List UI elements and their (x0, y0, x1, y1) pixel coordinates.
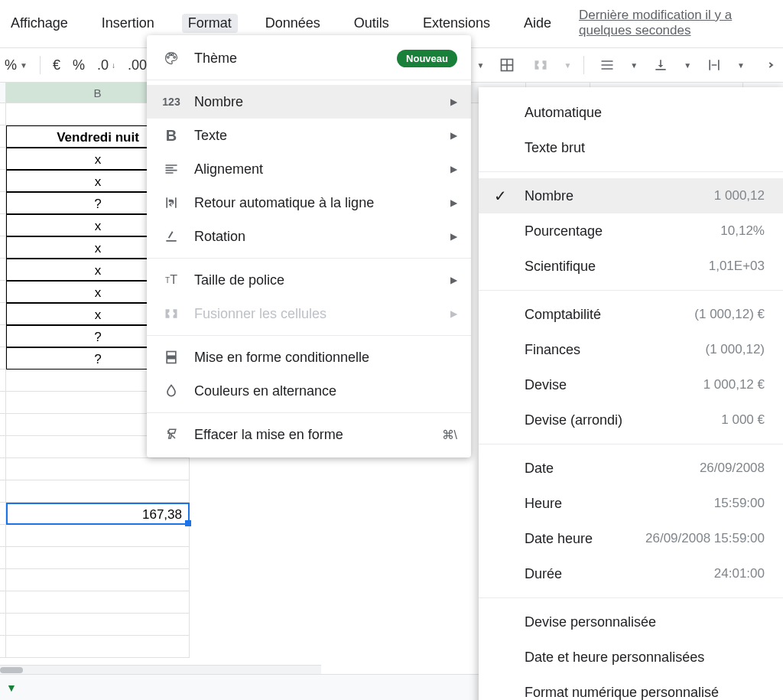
rotation-icon (161, 229, 182, 244)
text-wrap-icon[interactable] (703, 54, 725, 76)
nm-date[interactable]: Date 26/09/2008 (479, 451, 783, 486)
svg-rect-4 (167, 356, 176, 360)
format-alignment[interactable]: Alignement ▶ (147, 152, 471, 186)
wrap-icon (161, 195, 182, 210)
nm-custom-datetime[interactable]: Date et heure personnalisées (479, 640, 783, 675)
menu-outils[interactable]: Outils (348, 14, 395, 33)
toolbar-currency[interactable]: € (53, 57, 60, 73)
text-rotation-icon[interactable] (757, 54, 778, 76)
nm-datetime[interactable]: Date heure 26/09/2008 15:59:00 (479, 521, 783, 556)
font-size-icon: TT (161, 273, 182, 287)
nm-time[interactable]: Heure 15:59:00 (479, 486, 783, 521)
menu-format[interactable]: Format (182, 14, 238, 33)
format-theme[interactable]: Thème Nouveau (147, 41, 471, 75)
format-text[interactable]: B Texte ▶ (147, 119, 471, 152)
palette-icon (161, 50, 182, 66)
clear-format-icon (161, 427, 182, 442)
nm-custom-currency[interactable]: Devise personnalisée (479, 604, 783, 640)
toolbar-decrease-decimals[interactable]: .0↓ (97, 57, 115, 73)
nm-financial[interactable]: Finances (1 000,12) (479, 332, 783, 367)
menu-insertion[interactable]: Insertion (96, 14, 161, 33)
active-cell[interactable]: 167,38 (6, 503, 190, 525)
merge-cells-icon[interactable] (530, 54, 551, 76)
number-format-submenu: Automatique Texte brut ✓ Nombre 1 000,12… (479, 87, 783, 700)
format-merge: Fusionner les cellules ▶ (147, 297, 471, 330)
nm-accounting[interactable]: Comptabilité (1 000,12) € (479, 297, 783, 332)
menu-affichage[interactable]: Affichage (5, 14, 74, 33)
toolbar-percent-dropdown[interactable]: %▼ (5, 57, 28, 73)
nm-duration[interactable]: Durée 24:01:00 (479, 556, 783, 591)
format-menu: Thème Nouveau 123 Nombre ▶ B Texte ▶ Ali… (147, 35, 471, 457)
format-wrap[interactable]: Retour automatique à la ligne ▶ (147, 186, 471, 220)
number-icon: 123 (161, 96, 182, 108)
nm-number[interactable]: ✓ Nombre 1 000,12 (479, 178, 783, 213)
conditional-icon (161, 350, 182, 365)
menu-donnees[interactable]: Données (259, 14, 327, 33)
nm-scientific[interactable]: Scientifique 1,01E+03 (479, 249, 783, 284)
merge-icon (161, 306, 182, 321)
horizontal-scrollbar[interactable] (0, 665, 321, 674)
format-alternating[interactable]: Couleurs en alternance (147, 374, 471, 408)
borders-icon[interactable] (496, 54, 518, 76)
new-badge: Nouveau (397, 50, 457, 67)
scrollbar-thumb[interactable] (0, 667, 23, 673)
menu-aide[interactable]: Aide (518, 14, 557, 33)
bold-icon: B (161, 127, 182, 145)
align-icon (161, 161, 182, 177)
format-conditional[interactable]: Mise en forme conditionnelle (147, 340, 471, 374)
shortcut-label: ⌘\ (442, 428, 457, 442)
nm-custom-number[interactable]: Format numérique personnalisé (479, 675, 783, 700)
nm-currency-rounded[interactable]: Devise (arrondi) 1 000 € (479, 402, 783, 438)
last-modified-link[interactable]: Dernière modification il y a quelques se… (579, 8, 783, 38)
sheet-tab-dropdown[interactable]: ▼ (6, 682, 17, 694)
nm-currency[interactable]: Devise 1 000,12 € (479, 367, 783, 402)
toolbar-percent-format[interactable]: % (73, 57, 85, 73)
vertical-align-icon[interactable] (650, 54, 671, 76)
fill-handle[interactable] (185, 520, 191, 526)
droplet-icon (161, 383, 182, 399)
format-font-size[interactable]: TT Taille de police ▶ (147, 263, 471, 297)
menu-extensions[interactable]: Extensions (417, 14, 496, 33)
nm-percent[interactable]: Pourcentage 10,12% (479, 213, 783, 249)
format-clear[interactable]: Effacer la mise en forme ⌘\ (147, 418, 471, 451)
horizontal-align-icon[interactable] (596, 54, 618, 76)
nm-automatic[interactable]: Automatique (479, 95, 783, 130)
check-icon: ✓ (494, 187, 507, 205)
format-number[interactable]: 123 Nombre ▶ (147, 85, 471, 119)
format-rotation[interactable]: Rotation ▶ (147, 220, 471, 253)
nm-plain-text[interactable]: Texte brut (479, 130, 783, 165)
